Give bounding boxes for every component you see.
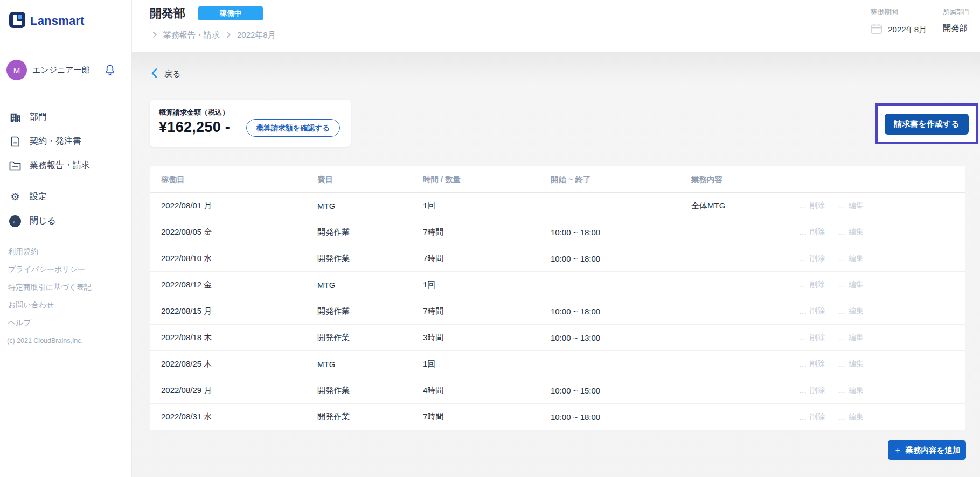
status-badge: 稼働中 (198, 6, 263, 20)
cell-expense-item: 開発作業 (317, 385, 423, 396)
department-meta: 所属部門 開発部 (943, 8, 970, 36)
plus-icon: ＋ (894, 445, 902, 455)
working-period-label: 稼働期間 (871, 8, 927, 17)
cell-expense-item: 開発作業 (317, 412, 423, 422)
delete-link[interactable]: … 削除 (799, 227, 825, 237)
edit-link[interactable]: … 編集 (838, 254, 864, 263)
confirm-billing-button[interactable]: 概算請求額を確認する (246, 119, 340, 137)
ellipsis-icon: … (838, 333, 846, 342)
page-title: 開発部 (150, 5, 185, 22)
cell-work-date: 2022/08/31 水 (161, 412, 317, 422)
document-icon (9, 136, 22, 148)
delete-link[interactable]: … 削除 (799, 385, 825, 395)
cell-work-date: 2022/08/10 水 (161, 254, 317, 264)
breadcrumb-item-month[interactable]: 2022年8月 (237, 30, 276, 40)
delete-link[interactable]: … 削除 (799, 333, 825, 342)
terms-link[interactable]: 利用規約 (0, 243, 131, 261)
folder-icon (9, 160, 22, 171)
breadcrumb: 業務報告・請求 2022年8月 (152, 30, 980, 40)
sidebar-item-work-reports[interactable]: 業務報告・請求 (0, 153, 131, 178)
privacy-policy-link[interactable]: プライバシーポリシー (0, 261, 131, 278)
cell-time-quantity: 4時間 (423, 385, 551, 396)
ellipsis-icon: … (838, 228, 846, 236)
sidebar: Lansmart M エンジニア一郎 (0, 0, 132, 477)
ellipsis-icon: … (799, 228, 807, 236)
cell-time-quantity: 1回 (423, 280, 551, 290)
table-row: 2022/08/05 金 開発作業 7時間 10:00 ~ 18:00 … 削除… (150, 219, 965, 245)
cell-time-quantity: 1回 (423, 359, 551, 369)
header-meta: 稼働期間 2022年8月 所属部門 開発部 (871, 8, 970, 36)
cell-start-end: 10:00 ~ 18:00 (551, 228, 691, 237)
table-row: 2022/08/10 水 開発作業 7時間 10:00 ~ 18:00 … 削除… (150, 245, 965, 272)
cell-expense-item: MTG (317, 280, 423, 290)
back-label: 戻る (164, 69, 180, 79)
billing-summary-card: 概算請求金額（税込） ¥162,250 - 概算請求額を確認する (150, 100, 351, 147)
cell-time-quantity: 7時間 (423, 306, 551, 317)
table-row: 2022/08/25 木 MTG 1回 … 削除 … 編集 (150, 351, 965, 377)
table-header-row: 稼働日 費目 時間 / 数量 開始 ~ 終了 業務内容 (150, 166, 965, 193)
table-row: 2022/08/15 月 開発作業 7時間 10:00 ~ 18:00 … 削除… (150, 298, 965, 325)
back-button[interactable]: 戻る (151, 68, 180, 80)
page-header: 開発部 稼働中 業務報告・請求 2022年8月 稼働期間 (132, 0, 980, 52)
sidebar-item-collapse[interactable]: ← 閉じる (0, 209, 131, 233)
edit-link[interactable]: … 編集 (838, 385, 864, 395)
cell-start-end: 10:00 ~ 18:00 (551, 307, 691, 316)
cell-time-quantity: 7時間 (423, 254, 551, 264)
chevron-right-icon (152, 31, 157, 40)
edit-link[interactable]: … 編集 (838, 359, 864, 369)
cell-expense-item: MTG (317, 360, 423, 369)
ellipsis-icon: … (838, 307, 846, 315)
edit-link[interactable]: … 編集 (838, 306, 864, 316)
cell-work-description: 全体MTG (691, 201, 799, 211)
commercial-law-link[interactable]: 特定商取引に基づく表記 (0, 278, 131, 296)
column-header-work-date: 稼働日 (161, 174, 317, 185)
working-period-value: 2022年8月 (888, 25, 927, 35)
cell-expense-item: 開発作業 (317, 333, 423, 343)
breadcrumb-item-work-reports[interactable]: 業務報告・請求 (163, 30, 220, 40)
edit-link[interactable]: … 編集 (838, 227, 864, 237)
cell-expense-item: 開発作業 (317, 227, 423, 237)
avatar[interactable]: M (6, 60, 27, 80)
add-work-item-button[interactable]: ＋ 業務内容を追加 (888, 440, 966, 460)
table-row: 2022/08/29 月 開発作業 4時間 10:00 ~ 15:00 … 削除… (150, 377, 965, 404)
cell-expense-item: MTG (317, 201, 423, 211)
ellipsis-icon: … (799, 280, 807, 289)
column-header-time-quantity: 時間 / 数量 (423, 174, 551, 185)
work-table-body: 2022/08/01 月 MTG 1回 全体MTG … 削除 … 編集 2022… (150, 193, 965, 430)
ellipsis-icon: … (799, 254, 807, 263)
sidebar-item-departments[interactable]: 部門 (0, 105, 131, 129)
sidebar-item-contracts[interactable]: 契約・発注書 (0, 129, 131, 153)
column-header-expense-item: 費目 (317, 174, 423, 185)
edit-link[interactable]: … 編集 (838, 201, 864, 211)
contact-link[interactable]: お問い合わせ (0, 296, 131, 314)
delete-link[interactable]: … 削除 (799, 280, 825, 290)
table-row: 2022/08/12 金 MTG 1回 … 削除 … 編集 (150, 272, 965, 298)
cell-work-date: 2022/08/29 月 (161, 385, 317, 396)
logo[interactable]: Lansmart (9, 12, 123, 30)
cell-work-date: 2022/08/05 金 (161, 227, 317, 237)
cell-work-date: 2022/08/18 木 (161, 333, 317, 343)
delete-link[interactable]: … 削除 (799, 306, 825, 316)
edit-link[interactable]: … 編集 (838, 333, 864, 342)
bell-icon[interactable] (105, 64, 115, 76)
edit-link[interactable]: … 編集 (838, 412, 864, 422)
create-invoice-button[interactable]: 請求書を作成する (885, 114, 968, 135)
edit-link[interactable]: … 編集 (838, 280, 864, 290)
calendar-icon (871, 23, 882, 36)
billing-amount-label: 概算請求金額（税込） (159, 108, 229, 117)
column-header-start-end: 開始 ~ 終了 (551, 174, 691, 185)
ellipsis-icon: … (838, 280, 846, 289)
working-period: 稼働期間 2022年8月 (871, 8, 927, 36)
table-row: 2022/08/01 月 MTG 1回 全体MTG … 削除 … 編集 (150, 193, 965, 219)
sidebar-item-settings[interactable]: ⚙ 設定 (0, 185, 131, 209)
chevron-right-icon (226, 31, 231, 40)
work-report-table: 稼働日 費目 時間 / 数量 開始 ~ 終了 業務内容 2022/08/01 月… (150, 166, 965, 430)
help-link[interactable]: ヘルプ (0, 314, 131, 332)
delete-link[interactable]: … 削除 (799, 359, 825, 369)
delete-link[interactable]: … 削除 (799, 254, 825, 263)
delete-link[interactable]: … 削除 (799, 201, 825, 211)
cell-time-quantity: 3時間 (423, 333, 551, 343)
ellipsis-icon: … (799, 201, 807, 210)
cell-expense-item: 開発作業 (317, 254, 423, 264)
delete-link[interactable]: … 削除 (799, 412, 825, 422)
